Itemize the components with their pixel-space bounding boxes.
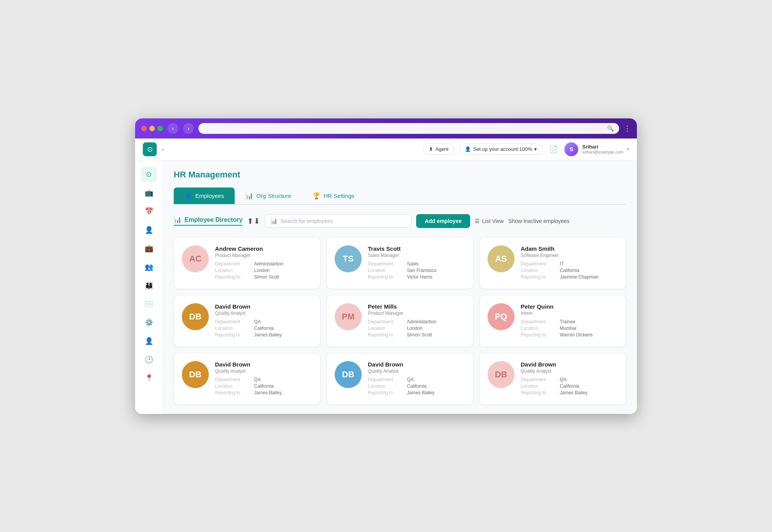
- employee-reporting: Reporting to : James Bailey: [521, 390, 618, 395]
- employee-card[interactable]: TS Travis Scott Sales Manager Depaetment…: [327, 237, 473, 289]
- sidebar-item-user[interactable]: 👤: [141, 222, 157, 238]
- employee-avatar: TS: [335, 245, 362, 272]
- list-icon: ☰: [475, 218, 480, 224]
- employee-role: Product Manager: [215, 253, 312, 258]
- location-value: California: [254, 383, 274, 389]
- employee-reporting: Reporting to : Warren Dickens: [521, 332, 618, 338]
- minimize-button[interactable]: [149, 126, 155, 131]
- agent-button[interactable]: ⬆ Agent: [423, 144, 454, 155]
- sidebar-item-tv[interactable]: 📺: [141, 185, 157, 201]
- location-value: California: [560, 383, 579, 389]
- top-bar: ⊙ « ⬆ Agent 👤 Set up your account:100% ▾…: [135, 138, 637, 160]
- reporting-label: Reporting to: [521, 274, 555, 280]
- page-title: HR Management: [174, 170, 626, 180]
- sidebar-item-briefcase[interactable]: 💼: [141, 241, 157, 256]
- employee-info: Adam Smith Software Engineer Depaetment …: [521, 245, 618, 281]
- employee-location: Location : Mumbai: [521, 326, 618, 331]
- location-label: Location: [521, 383, 555, 389]
- user-details: Srihari srihari@example.com: [582, 144, 623, 154]
- employee-card[interactable]: AC Andrew Cameron Product Manager Depaet…: [174, 237, 320, 289]
- employee-department: Depaetment : Trainee: [521, 319, 618, 324]
- employee-reporting: Reporting to : Jasmine Chapman: [521, 274, 618, 280]
- user-email: srihari@example.com: [582, 150, 623, 154]
- employee-card[interactable]: DB David Brown Quality Analyst Depaetmen…: [174, 295, 320, 347]
- tab-hr-settings[interactable]: 🏆 HR Settings: [302, 187, 365, 204]
- employee-location: Location : London: [368, 326, 465, 331]
- sidebar-item-team[interactable]: 👨‍👩‍👦: [141, 278, 157, 293]
- show-inactive-button[interactable]: Show Inactive employees: [508, 218, 570, 224]
- sep2: :: [251, 268, 252, 273]
- back-button[interactable]: ‹: [168, 123, 178, 134]
- upload-button[interactable]: ⬆⬇: [247, 216, 260, 226]
- sep2: :: [557, 326, 558, 331]
- employee-department: Depaetment : Administartion: [215, 261, 312, 267]
- sidebar-item-group[interactable]: 👥: [141, 259, 157, 275]
- browser-window: ‹ › 🔍 ⋮ ⊙ « ⬆ Agent 👤 Set up your accoun…: [135, 118, 637, 414]
- sidebar-item-home[interactable]: ⊙: [141, 167, 157, 182]
- sidebar-item-location[interactable]: 📍: [141, 370, 157, 386]
- sidebar-item-clock[interactable]: 🕐: [141, 352, 157, 367]
- employee-card[interactable]: DB David Brown Quality Analyst Depaetmen…: [327, 353, 473, 405]
- employee-department: Depaetment : QA: [215, 319, 312, 324]
- department-label: Depaetment: [521, 261, 555, 267]
- sep1: :: [404, 377, 405, 382]
- employee-directory-title[interactable]: 📊 Employee Directory: [174, 216, 242, 226]
- forward-button[interactable]: ›: [183, 123, 194, 134]
- sub-header: 📊 Employee Directory ⬆⬇ 📊 Search for emp…: [174, 214, 626, 228]
- employee-avatar: DB: [182, 303, 209, 330]
- employee-card[interactable]: AS Adam Smith Software Engineer Depaetme…: [479, 237, 626, 289]
- tab-employees[interactable]: 👤 Employees: [174, 187, 235, 204]
- sep3: :: [251, 390, 252, 395]
- employee-name: David Brown: [215, 303, 312, 310]
- search-box[interactable]: 📊 Search for employees: [265, 214, 411, 228]
- tab-org-structure[interactable]: 📊 Org Structure: [235, 187, 302, 204]
- employee-location: Location : California: [215, 383, 312, 389]
- maximize-button[interactable]: [157, 126, 163, 131]
- employee-name: Travis Scott: [368, 245, 465, 252]
- address-bar[interactable]: 🔍: [198, 123, 619, 134]
- employee-reporting: Reporting to : James Bailey: [368, 390, 465, 395]
- employees-tab-label: Employees: [195, 193, 224, 199]
- sidebar-item-mail[interactable]: ✉️: [141, 296, 157, 312]
- employee-location: Location : California: [215, 326, 312, 331]
- user-info[interactable]: S Srihari srihari@example.com ▾: [564, 142, 629, 156]
- sidebar-item-calendar[interactable]: 📅: [141, 204, 157, 219]
- list-view-button[interactable]: ☰ List View: [475, 218, 504, 224]
- sep1: :: [251, 261, 252, 267]
- employee-department: Depaetment : IT: [521, 261, 618, 267]
- search-icon: 🔍: [607, 125, 614, 132]
- employee-department: Depaetment : Administartion: [368, 319, 465, 324]
- employee-card[interactable]: PM Peter Mills Product Manager Depaetmen…: [327, 295, 473, 347]
- account-setup-button[interactable]: 👤 Set up your account:100% ▾: [459, 144, 543, 155]
- employee-location: Location : California: [521, 268, 618, 273]
- location-value: California: [560, 268, 579, 273]
- location-value: San Fransisco: [407, 268, 437, 273]
- sep1: :: [404, 261, 405, 267]
- employee-location: Location : California: [368, 383, 465, 389]
- list-view-label: List View: [482, 218, 504, 224]
- sep3: :: [404, 274, 405, 280]
- document-icon[interactable]: 📄: [547, 143, 560, 155]
- employee-card[interactable]: DB David Brown Quality Analyst Depaetmen…: [174, 353, 320, 405]
- traffic-lights: [141, 126, 163, 131]
- add-employee-button[interactable]: Add employee: [416, 214, 470, 228]
- menu-dots-icon[interactable]: ⋮: [624, 124, 631, 133]
- employee-info: David Brown Quality Analyst Depaetment :…: [215, 303, 312, 339]
- employee-reporting: Reporting to : James Bailey: [215, 390, 312, 395]
- org-tab-label: Org Structure: [256, 193, 291, 199]
- sidebar-item-settings[interactable]: ⚙️: [141, 315, 157, 330]
- employee-role: Quality Analyst: [215, 368, 312, 374]
- department-value: Trainee: [560, 319, 575, 324]
- sep1: :: [557, 319, 558, 324]
- employee-avatar: AC: [182, 245, 209, 272]
- employee-card[interactable]: DB David Brown Quality Analyst Depaetmen…: [479, 353, 626, 405]
- close-button[interactable]: [141, 126, 147, 131]
- sidebar-item-profile[interactable]: 👤: [141, 333, 157, 349]
- employee-card[interactable]: PQ Peter Quinn Intern Depaetment : Train…: [479, 295, 626, 347]
- employee-location: Location : California: [521, 383, 618, 389]
- employee-reporting: Reporting to : Victor Harris: [368, 274, 465, 280]
- collapse-button[interactable]: «: [161, 146, 164, 152]
- employee-avatar: DB: [335, 361, 362, 388]
- employee-name: Peter Mills: [368, 303, 465, 310]
- location-label: Location: [368, 326, 403, 331]
